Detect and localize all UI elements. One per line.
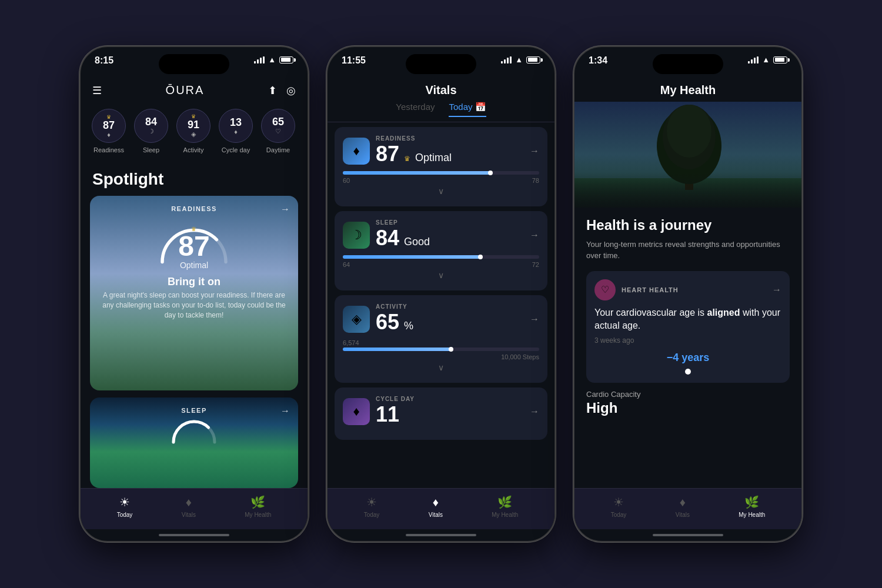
heart-health-cat: HEART HEALTH bbox=[622, 286, 679, 293]
readiness-gauge-status: Optimal bbox=[178, 260, 209, 270]
target-icon[interactable]: ◎ bbox=[286, 84, 296, 97]
battery-icon-3 bbox=[773, 56, 787, 64]
time-2: 11:55 bbox=[342, 55, 366, 66]
tab-yesterday[interactable]: Yesterday bbox=[396, 102, 435, 117]
signal-icon-3 bbox=[748, 56, 759, 64]
vital-activity[interactable]: ◈ ACTIVITY 65 % → 6,574 bbox=[335, 295, 547, 383]
nav-today-1[interactable]: ☀ Today bbox=[117, 495, 133, 518]
vitals-list: ♦ READINESS 87 ♛ Optimal → bbox=[328, 122, 554, 488]
hero-image bbox=[574, 102, 801, 208]
nav-today-2[interactable]: ☀ Today bbox=[364, 495, 380, 518]
activity-cat: ACTIVITY bbox=[376, 303, 413, 310]
cycle-cat: CYCLE DAY bbox=[376, 396, 415, 402]
sleep-card-label: SLEEP bbox=[99, 407, 289, 414]
p1-header: ☰ ŌURA ⬆ ◎ bbox=[81, 79, 308, 104]
activity-score: 65 bbox=[376, 310, 399, 335]
nav-today-label-1: Today bbox=[117, 512, 133, 518]
health-desc: Your long-term metrics reveal strengths … bbox=[586, 239, 790, 262]
status-icons-2: ▲ bbox=[501, 55, 540, 64]
health-content: Health is a journey Your long-term metri… bbox=[574, 208, 801, 430]
readiness-card-label: READINESS bbox=[99, 205, 289, 212]
nav-myhealth-2[interactable]: 🌿 My Health bbox=[492, 495, 518, 518]
heart-health-card[interactable]: ♡ HEART HEALTH → Your cardiovascular age… bbox=[586, 271, 790, 383]
battery-icon-2 bbox=[526, 56, 540, 64]
score-activity-label: Activity bbox=[183, 146, 204, 153]
menu-icon[interactable]: ☰ bbox=[92, 84, 102, 97]
readiness-tagline: Bring it on bbox=[168, 276, 220, 288]
vital-cycle[interactable]: ♦ CYCLE DAY 11 → bbox=[335, 387, 547, 440]
score-daytime-label: Daytime bbox=[266, 146, 290, 153]
activity-vital-status: % bbox=[404, 320, 413, 332]
sleep-expand[interactable]: ∨ bbox=[343, 268, 539, 282]
sleep-arrow[interactable]: → bbox=[530, 230, 539, 240]
sleep-icon-box: ☽ bbox=[343, 222, 370, 249]
svg-point-5 bbox=[667, 105, 711, 158]
nav-vitals-1[interactable]: ♦ Vitals bbox=[182, 496, 196, 518]
nav-myhealth-label-2: My Health bbox=[492, 512, 518, 518]
readiness-arrow[interactable]: → bbox=[530, 146, 539, 156]
sleep-card-arrow[interactable]: → bbox=[280, 406, 290, 416]
score-row: ♛ 87 ♦ Readiness 84 ☽ Sleep ♛ 91 ◈ bbox=[81, 104, 308, 165]
cycle-score: 11 bbox=[376, 402, 399, 427]
p2-tabs: Yesterday Today 📅 bbox=[328, 99, 554, 122]
nav-today-3[interactable]: ☀ Today bbox=[611, 495, 627, 518]
cardio-section: Cardio Capacity High bbox=[586, 390, 790, 421]
cycle-arrow[interactable]: → bbox=[530, 406, 539, 417]
score-sleep-label: Sleep bbox=[143, 146, 159, 153]
score-readiness-label: Readiness bbox=[93, 146, 124, 153]
readiness-card[interactable]: READINESS → ♛ 87 Optimal bbox=[90, 196, 298, 390]
vital-readiness[interactable]: ♦ READINESS 87 ♛ Optimal → bbox=[335, 127, 547, 206]
score-sleep[interactable]: 84 ☽ Sleep bbox=[130, 104, 172, 158]
time-3: 1:34 bbox=[589, 55, 607, 66]
activity-steps-goal: 10,000 Steps bbox=[501, 353, 539, 360]
nav-myhealth-3[interactable]: 🌿 My Health bbox=[739, 495, 765, 518]
wifi-icon-3: ▲ bbox=[762, 55, 770, 64]
score-daytime[interactable]: 65 ♡ Daytime bbox=[257, 104, 299, 158]
status-icons-1: ▲ bbox=[254, 55, 293, 64]
cardio-value: High bbox=[586, 400, 790, 416]
nav-myhealth-label-1: My Health bbox=[245, 512, 271, 518]
nav-vitals-label-2: Vitals bbox=[429, 512, 443, 518]
nav-vitals-label-3: Vitals bbox=[676, 512, 690, 518]
nav-myhealth-label-3: My Health bbox=[739, 512, 765, 518]
vital-sleep[interactable]: ☽ SLEEP 84 Good → bbox=[335, 211, 547, 290]
p2-title: Vitals bbox=[339, 83, 543, 97]
score-cycle[interactable]: 13 ♦ Cycle day bbox=[215, 104, 257, 158]
activity-bar: 6,574 10,000 Steps bbox=[343, 339, 539, 360]
score-cycle-label: Cycle day bbox=[222, 146, 250, 153]
heart-icon-box: ♡ bbox=[594, 279, 616, 300]
nav-vitals-3[interactable]: ♦ Vitals bbox=[676, 496, 690, 518]
battery-icon-1 bbox=[279, 56, 293, 64]
nav-myhealth-1[interactable]: 🌿 My Health bbox=[245, 495, 271, 518]
nav-today-label-2: Today bbox=[364, 512, 380, 518]
tab-today[interactable]: Today 📅 bbox=[449, 102, 486, 117]
score-activity[interactable]: ♛ 91 ◈ Activity bbox=[172, 104, 215, 158]
readiness-bar-min: 60 bbox=[343, 177, 350, 184]
bottom-nav-2: ☀ Today ♦ Vitals 🌿 My Health bbox=[328, 488, 554, 529]
readiness-expand[interactable]: ∨ bbox=[343, 184, 539, 198]
readiness-card-arrow[interactable]: → bbox=[280, 204, 290, 215]
bottom-nav-3: ☀ Today ♦ Vitals 🌿 My Health bbox=[574, 488, 801, 529]
activity-expand[interactable]: ∨ bbox=[343, 360, 539, 375]
dynamic-island-3 bbox=[653, 54, 723, 74]
spotlight-title: Spotlight bbox=[81, 165, 308, 196]
sleep-card[interactable]: SLEEP → bbox=[90, 397, 298, 488]
upload-icon[interactable]: ⬆ bbox=[268, 84, 277, 97]
heart-health-text: Your cardiovascular age is aligned with … bbox=[594, 306, 781, 333]
wifi-icon-1: ▲ bbox=[268, 55, 276, 64]
readiness-bar-max: 78 bbox=[532, 177, 539, 184]
readiness-bar: 60 78 bbox=[343, 171, 539, 184]
readiness-desc: A great night's sleep can boost your rea… bbox=[99, 290, 289, 320]
phone-2-vitals: 11:55 ▲ Vitals Yesterday Today 📅 ♦ bbox=[326, 46, 556, 542]
dynamic-island-1 bbox=[159, 54, 229, 74]
signal-icon-2 bbox=[501, 56, 512, 64]
nav-vitals-2[interactable]: ♦ Vitals bbox=[429, 496, 443, 518]
activity-arrow[interactable]: → bbox=[530, 314, 539, 325]
readiness-icon-box: ♦ bbox=[343, 138, 370, 165]
p2-header: Vitals bbox=[328, 79, 554, 99]
phone-3-myhealth: 1:34 ▲ My Health bbox=[573, 46, 803, 542]
dot-indicator bbox=[594, 369, 781, 375]
heart-health-arrow[interactable]: → bbox=[772, 285, 781, 295]
heart-health-time: 3 weeks ago bbox=[594, 336, 781, 345]
score-readiness[interactable]: ♛ 87 ♦ Readiness bbox=[88, 104, 130, 158]
